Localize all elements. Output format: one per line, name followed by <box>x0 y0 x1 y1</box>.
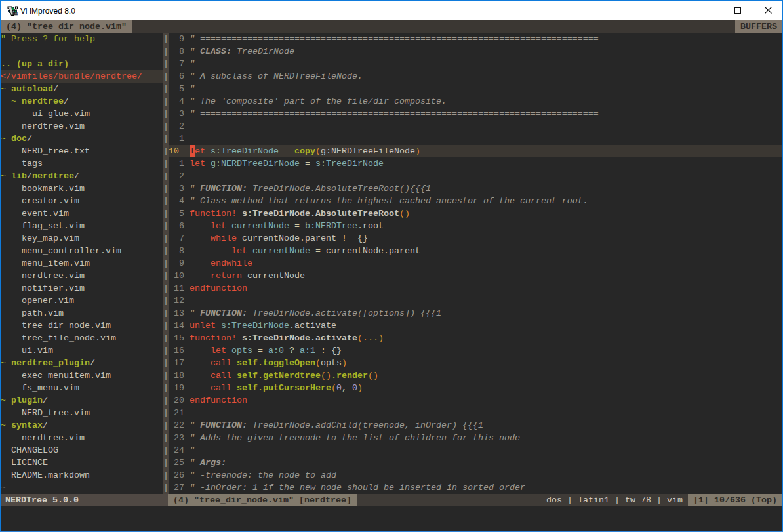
svg-text:im: im <box>12 10 18 16</box>
